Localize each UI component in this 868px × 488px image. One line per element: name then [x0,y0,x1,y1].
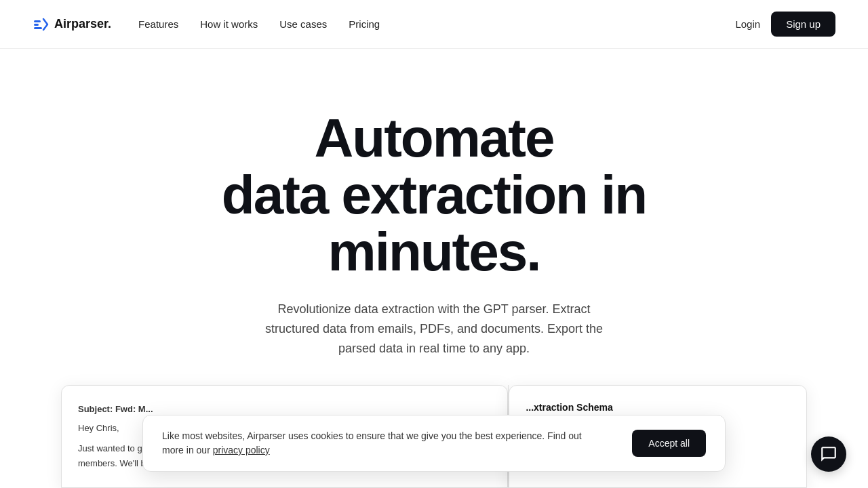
navbar: Airparser. Features How it works Use cas… [0,0,868,49]
hero-section: Automate data extraction in minutes. Rev… [0,49,868,419]
nav-right: Login Sign up [735,12,835,37]
nav-link-features[interactable]: Features [138,18,178,30]
signup-button[interactable]: Sign up [771,12,835,37]
accept-all-button[interactable]: Accept all [632,430,706,457]
nav-left: Airparser. Features How it works Use cas… [33,16,380,33]
cookie-text: Like most websites, Airparser uses cooki… [162,429,605,458]
nav-link-pricing[interactable]: Pricing [349,18,380,30]
svg-rect-1 [34,24,39,26]
logo-text: Airparser. [54,17,111,31]
chat-bubble-button[interactable] [811,436,846,472]
chat-icon [820,445,837,463]
hero-title-line1: Automate [315,108,554,168]
hero-subtitle: Revolutionize data extraction with the G… [258,300,610,358]
schema-title: ...xtraction Schema [526,402,790,413]
hero-title-line2: data extraction in minutes. [222,165,646,282]
login-button[interactable]: Login [735,18,760,30]
svg-rect-0 [34,20,41,22]
nav-links: Features How it works Use cases Pricing [138,18,380,30]
cookie-banner: Like most websites, Airparser uses cooki… [142,415,726,472]
nav-link-how-it-works[interactable]: How it works [200,18,258,30]
hero-title: Automate data extraction in minutes. [129,110,739,281]
privacy-policy-link[interactable]: privacy policy [213,445,270,455]
logo[interactable]: Airparser. [33,16,111,33]
svg-rect-2 [34,27,42,29]
logo-icon [33,16,49,33]
nav-link-use-cases[interactable]: Use cases [279,18,327,30]
